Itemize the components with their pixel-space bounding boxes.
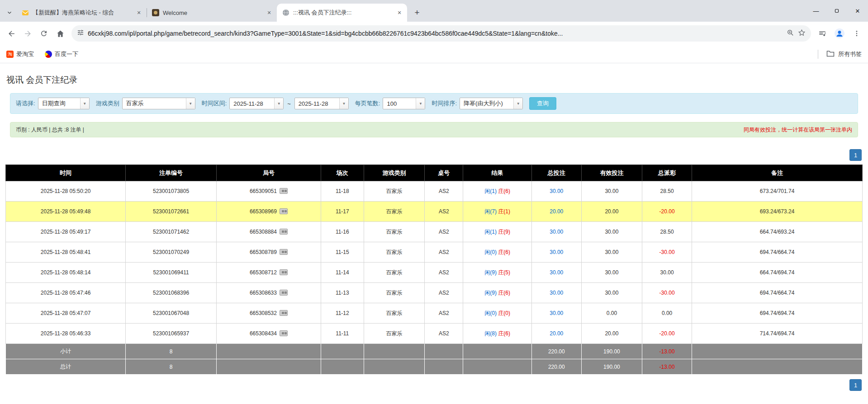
url-bar[interactable]: 66cxkj98.com/ipl/portal.php/game/betreco… — [71, 25, 811, 42]
game-type-cell: 百家乐 — [364, 324, 424, 344]
table-no-cell: AS2 — [425, 324, 463, 344]
all-bookmarks-label: 所有书签 — [838, 50, 862, 58]
minimize-button[interactable]: — — [806, 0, 826, 22]
zoom-icon[interactable] — [787, 29, 794, 38]
bet-row: 2025-11-28 05:48:14523001069411665308712… — [6, 263, 863, 283]
media-controls-icon[interactable] — [815, 26, 830, 41]
session-cell: 11-18 — [321, 181, 364, 202]
maximize-button[interactable] — [826, 0, 847, 22]
page-1-button[interactable]: 1 — [849, 149, 862, 161]
valid-bet-cell: 20.00 — [581, 324, 642, 344]
tab-list-chevron-icon[interactable] — [3, 4, 16, 22]
tab-betrecord[interactable]: :::视讯 会员下注纪录::: ✕ — [277, 4, 407, 22]
column-header: 场次 — [321, 165, 364, 181]
video-replay-icon[interactable] — [280, 310, 288, 316]
video-replay-icon[interactable] — [280, 188, 288, 194]
tab-close-icon[interactable]: ✕ — [265, 9, 273, 17]
tab-close-icon[interactable]: ✕ — [135, 9, 143, 17]
note-cell: 694.74/694.74 — [692, 303, 863, 324]
video-replay-icon[interactable] — [280, 208, 288, 214]
bet-row: 2025-11-28 05:50:20523001073805665309051… — [6, 181, 863, 202]
result-player: 闲(8) — [484, 330, 497, 337]
forward-icon[interactable] — [20, 26, 35, 41]
search-button[interactable]: 查询 — [529, 97, 556, 110]
bookmark-baidu[interactable]: 百度一下 — [45, 50, 78, 58]
url-text[interactable]: 66cxkj98.com/ipl/portal.php/game/betreco… — [88, 30, 783, 37]
home-icon[interactable] — [52, 26, 68, 41]
column-header: 注单编号 — [126, 165, 217, 181]
session-cell: 11-17 — [321, 202, 364, 222]
tab-close-icon[interactable]: ✕ — [395, 9, 403, 17]
back-icon[interactable] — [4, 26, 19, 41]
valid-bet-cell: 30.00 — [581, 283, 642, 303]
note-cell: 714.74/694.74 — [692, 324, 863, 344]
reload-icon[interactable] — [36, 26, 52, 41]
chevron-down-icon[interactable]: ▼ — [186, 98, 195, 109]
chevron-down-icon[interactable]: ▼ — [80, 98, 89, 109]
valid-bet-cell: 20.00 — [581, 202, 642, 222]
chevron-down-icon[interactable]: ▼ — [339, 98, 348, 109]
round-cell: 665308712 — [216, 263, 321, 283]
result-player: 闲(0) — [484, 310, 497, 316]
chevron-down-icon[interactable]: ▼ — [416, 98, 425, 109]
tab-welcome[interactable]: Welcome ✕ — [147, 4, 277, 22]
result-cell: 闲(1) 庄(9) — [463, 222, 532, 242]
video-replay-icon[interactable] — [280, 290, 288, 296]
table-no-cell: AS2 — [425, 303, 463, 324]
page-size-select[interactable]: 100 ▼ — [383, 98, 425, 109]
time-cell: 2025-11-28 05:48:41 — [6, 242, 126, 263]
chevron-down-icon[interactable]: ▼ — [274, 98, 283, 109]
round-cell: 665308633 — [216, 283, 321, 303]
column-header: 总投注 — [531, 165, 581, 181]
valid-bet-cell: 190.00 — [581, 344, 642, 359]
game-type-select[interactable]: 百家乐 ▼ — [122, 98, 195, 109]
bookmark-star-icon[interactable] — [798, 29, 806, 38]
date-to-select[interactable]: 2025-11-28 ▼ — [294, 98, 349, 109]
valid-bet-cell: 30.00 — [581, 222, 642, 242]
date-from-select[interactable]: 2025-11-28 ▼ — [229, 98, 284, 109]
result-player: 闲(1) — [484, 188, 497, 194]
site-settings-icon[interactable] — [77, 29, 84, 38]
query-type-select[interactable]: 日期查询 ▼ — [38, 98, 90, 109]
total-bet-cell[interactable]: 30.00 — [531, 303, 581, 324]
welcome-favicon-icon — [152, 9, 159, 16]
total-bet-cell[interactable]: 20.00 — [531, 202, 581, 222]
video-replay-icon[interactable] — [280, 330, 288, 336]
note-cell — [692, 359, 863, 375]
round-id: 665308712 — [250, 269, 277, 276]
total-bet-cell[interactable]: 30.00 — [531, 181, 581, 202]
total-bet-cell[interactable]: 30.00 — [531, 263, 581, 283]
sort-select[interactable]: 降幂(由大到小) ▼ — [460, 98, 523, 109]
result-cell: 闲(0) 庄(6) — [463, 242, 532, 263]
time-cell: 2025-11-28 05:50:20 — [6, 181, 126, 202]
column-header: 有效投注 — [581, 165, 642, 181]
chevron-down-icon[interactable]: ▼ — [513, 98, 522, 109]
time-cell: 2025-11-28 05:46:33 — [6, 324, 126, 344]
result-cell — [463, 359, 532, 375]
total-bet-cell[interactable]: 20.00 — [531, 324, 581, 344]
bookmark-taobao[interactable]: 淘 爱淘宝 — [6, 50, 34, 58]
query-type-value: 日期查询 — [38, 98, 80, 109]
result-cell: 闲(9) 庄(6) — [463, 283, 532, 303]
page-1-button[interactable]: 1 — [849, 379, 862, 391]
payout-cell: 0.00 — [642, 303, 692, 324]
result-cell — [463, 344, 532, 359]
close-window-button[interactable]: ✕ — [847, 0, 868, 22]
column-header: 桌号 — [425, 165, 463, 181]
forum-favicon-icon — [22, 9, 29, 16]
video-replay-icon[interactable] — [280, 249, 288, 255]
total-bet-cell[interactable]: 30.00 — [531, 242, 581, 263]
new-tab-button[interactable]: + — [411, 6, 423, 19]
round-id: 665308434 — [250, 330, 277, 337]
round-id: 665309051 — [250, 188, 277, 194]
tab-forum[interactable]: 【新提醒】海燕策略论坛 - 综合 ✕ — [16, 4, 147, 22]
video-replay-icon[interactable] — [280, 229, 288, 235]
total-bet-cell[interactable]: 30.00 — [531, 222, 581, 242]
video-replay-icon[interactable] — [280, 269, 288, 275]
profile-avatar[interactable] — [832, 26, 847, 41]
session-cell: 11-12 — [321, 303, 364, 324]
all-bookmarks-button[interactable]: 所有书签 — [818, 50, 862, 59]
total-bet-cell[interactable]: 30.00 — [531, 283, 581, 303]
round-id: 665308633 — [250, 290, 277, 296]
menu-dots-icon[interactable] — [849, 26, 864, 41]
